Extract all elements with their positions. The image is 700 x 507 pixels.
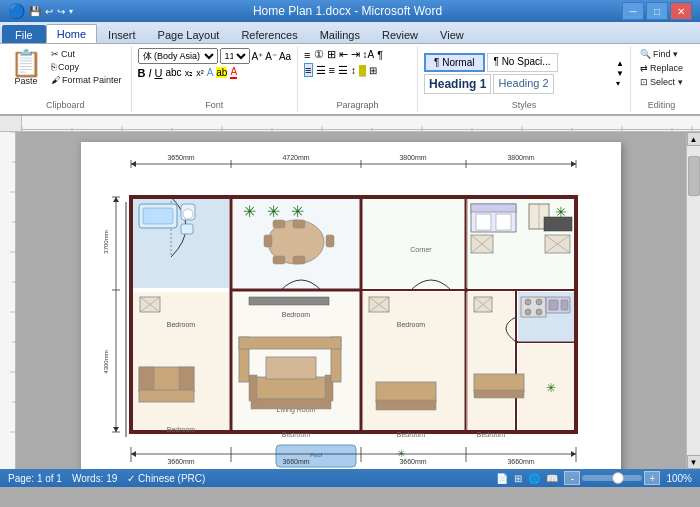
- ribbon-group-clipboard: 📋 Paste ✂ Cut ⎘ Copy 🖌 Format Painter Cl…: [0, 46, 132, 112]
- find-button[interactable]: 🔍 Find ▾: [637, 48, 681, 60]
- quick-access-redo[interactable]: ↪: [57, 6, 65, 17]
- tab-page-layout[interactable]: Page Layout: [147, 25, 231, 43]
- svg-text:Bedroom: Bedroom: [397, 321, 426, 328]
- svg-text:3700mm: 3700mm: [103, 230, 109, 253]
- paste-button[interactable]: 📋 Paste: [6, 48, 46, 88]
- underline-button[interactable]: U: [155, 67, 163, 79]
- format-painter-button[interactable]: 🖌 Format Painter: [48, 74, 125, 86]
- style-heading2[interactable]: Heading 2: [493, 74, 553, 94]
- scroll-track[interactable]: [687, 146, 701, 455]
- svg-text:3660mm: 3660mm: [399, 458, 426, 465]
- svg-rect-107: [143, 208, 173, 224]
- main-area: 3650mm 4720mm 3800mm 3800mm 3700mm: [0, 132, 700, 469]
- styles-scroll-down[interactable]: ▼: [616, 69, 624, 78]
- style-no-spacing[interactable]: ¶ No Spaci...: [487, 53, 558, 72]
- zoom-out-button[interactable]: -: [564, 471, 580, 485]
- text-effects-button[interactable]: A: [207, 67, 214, 78]
- svg-text:3660mm: 3660mm: [507, 458, 534, 465]
- text-highlight-button[interactable]: ab: [216, 67, 227, 78]
- word-count: Words: 19: [72, 473, 117, 484]
- decrease-indent-button[interactable]: ⇤: [339, 48, 348, 61]
- document-area[interactable]: 3650mm 4720mm 3800mm 3800mm 3700mm: [16, 132, 686, 469]
- tab-file[interactable]: File: [2, 25, 46, 43]
- svg-text:Bedroom: Bedroom: [167, 426, 196, 433]
- italic-button[interactable]: I: [148, 67, 151, 79]
- svg-rect-87: [293, 220, 305, 228]
- document-page: 3650mm 4720mm 3800mm 3800mm 3700mm: [81, 142, 621, 469]
- zoom-controls: - + 100%: [564, 471, 692, 485]
- svg-text:3800mm: 3800mm: [507, 154, 534, 161]
- align-right-button[interactable]: ≡: [329, 64, 335, 76]
- tab-mailings[interactable]: Mailings: [309, 25, 371, 43]
- tab-insert[interactable]: Insert: [97, 25, 147, 43]
- vertical-scrollbar[interactable]: ▲ ▼: [686, 132, 700, 469]
- zoom-slider[interactable]: [582, 475, 642, 481]
- sort-button[interactable]: ↕A: [363, 49, 375, 60]
- scroll-up-button[interactable]: ▲: [687, 132, 701, 146]
- svg-rect-100: [249, 375, 257, 401]
- view-normal-icon[interactable]: 📄: [496, 473, 508, 484]
- zoom-in-button[interactable]: +: [644, 471, 660, 485]
- svg-rect-98: [251, 377, 331, 399]
- clear-format-button[interactable]: Aa: [279, 51, 291, 62]
- align-left-button[interactable]: ≡: [304, 63, 312, 77]
- close-button[interactable]: ✕: [670, 2, 692, 20]
- svg-rect-105: [474, 390, 524, 398]
- shading-button[interactable]: ▒: [359, 65, 366, 76]
- svg-rect-84: [139, 390, 194, 402]
- ribbon-tabs: File Home Insert Page Layout References …: [0, 22, 700, 44]
- scroll-thumb[interactable]: [688, 156, 700, 196]
- select-button[interactable]: ⊡ Select ▾: [637, 76, 686, 88]
- format-painter-icon: 🖌: [51, 75, 60, 85]
- svg-text:Bedroom: Bedroom: [282, 431, 311, 438]
- title-bar: 🔵 💾 ↩ ↪ ▾ Home Plan 1.docx - Microsoft W…: [0, 0, 700, 22]
- justify-button[interactable]: ☰: [338, 64, 348, 77]
- view-web-icon[interactable]: 🌐: [528, 473, 540, 484]
- font-size-select[interactable]: 11: [220, 48, 250, 64]
- minimize-button[interactable]: ─: [622, 2, 644, 20]
- styles-label: Styles: [424, 99, 624, 110]
- quick-access-save[interactable]: 💾: [29, 6, 41, 17]
- quick-access-undo[interactable]: ↩: [45, 6, 53, 17]
- tab-review[interactable]: Review: [371, 25, 429, 43]
- maximize-button[interactable]: □: [646, 2, 668, 20]
- multilevel-button[interactable]: ⊞: [327, 48, 336, 61]
- grow-font-button[interactable]: A⁺: [252, 51, 264, 62]
- styles-more[interactable]: ▾: [616, 79, 624, 88]
- numbering-button[interactable]: ①: [314, 48, 324, 61]
- show-marks-button[interactable]: ¶: [377, 49, 383, 61]
- styles-scroll-up[interactable]: ▲: [616, 59, 624, 68]
- border-button[interactable]: ⊞: [369, 65, 377, 76]
- increase-indent-button[interactable]: ⇥: [351, 48, 360, 61]
- replace-button[interactable]: ⇄ Replace: [637, 62, 686, 74]
- svg-rect-1: [22, 129, 700, 130]
- svg-rect-64: [133, 292, 229, 430]
- svg-text:4300mm: 4300mm: [103, 350, 109, 373]
- superscript-button[interactable]: x²: [196, 68, 204, 78]
- zoom-thumb[interactable]: [612, 472, 624, 484]
- strikethrough-button[interactable]: abc: [166, 67, 182, 78]
- editing-label: Editing: [637, 99, 686, 110]
- tab-view[interactable]: View: [429, 25, 475, 43]
- svg-rect-83: [179, 367, 194, 392]
- font-family-select[interactable]: 体 (Body Asia): [138, 48, 218, 64]
- font-color-button[interactable]: A: [230, 66, 237, 79]
- cut-button[interactable]: ✂ Cut: [48, 48, 125, 60]
- view-layout-icon[interactable]: ⊞: [514, 473, 522, 484]
- style-heading1[interactable]: Heading 1: [424, 74, 491, 94]
- bullets-button[interactable]: ≡: [304, 49, 310, 61]
- svg-rect-110: [181, 224, 193, 234]
- align-center-button[interactable]: ☰: [316, 64, 326, 77]
- subscript-button[interactable]: x₂: [185, 68, 194, 78]
- scroll-down-button[interactable]: ▼: [687, 455, 701, 469]
- view-reading-icon[interactable]: 📖: [546, 473, 558, 484]
- svg-text:4720mm: 4720mm: [282, 154, 309, 161]
- style-normal[interactable]: ¶ Normal: [424, 53, 484, 72]
- bold-button[interactable]: B: [138, 67, 146, 79]
- tab-references[interactable]: References: [230, 25, 308, 43]
- line-spacing-button[interactable]: ↕: [351, 65, 356, 76]
- tab-home[interactable]: Home: [46, 24, 97, 43]
- floor-plan-svg: 3650mm 4720mm 3800mm 3800mm 3700mm: [81, 142, 621, 469]
- copy-button[interactable]: ⎘ Copy: [48, 61, 125, 73]
- shrink-font-button[interactable]: A⁻: [265, 51, 277, 62]
